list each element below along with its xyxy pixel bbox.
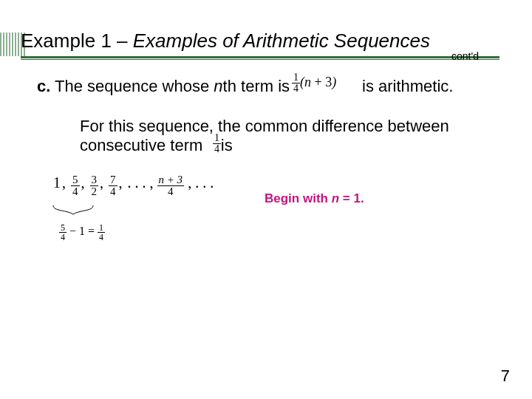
item-c-label: c. — [37, 77, 50, 95]
para-line2: consecutive term is — [80, 136, 233, 155]
frac-one-quarter: 1 4 — [292, 72, 300, 94]
seq-t1: 1 — [53, 174, 61, 191]
diff-b: 1 — [79, 225, 85, 237]
title-rule-bottom — [21, 59, 499, 60]
seq-gen: n + 34 — [157, 174, 185, 197]
rpar: ) — [332, 75, 336, 89]
begin-post: = 1. — [339, 191, 364, 205]
inline-quarter-num: 1 — [213, 133, 221, 144]
frac-den: 4 — [292, 83, 300, 94]
difference-expr: 54 − 1 = 14 — [59, 223, 105, 242]
slide-title: Example 1 – Examples of Arithmetic Seque… — [21, 30, 430, 52]
nth-n: n — [214, 77, 222, 95]
page-number: 7 — [501, 366, 510, 386]
title-prefix: Example 1 – — [21, 30, 133, 52]
formula-n: n — [304, 75, 311, 89]
seq-t3: 32 — [90, 174, 99, 197]
item-c-post: is arithmetic. — [362, 77, 453, 96]
begin-note: Begin with n = 1. — [265, 191, 364, 206]
frac-num: 1 — [292, 72, 300, 83]
nth-term-formula: 1 4 (n + 3) — [292, 72, 336, 94]
inline-quarter-den: 4 — [213, 144, 221, 154]
plus3: + 3 — [311, 75, 332, 89]
inline-quarter-frac: 1 4 — [213, 133, 221, 154]
sequence-display: 1, 54, 32, 74, . . . , n + 34 , . . . — [53, 174, 214, 197]
diff-minus: − — [66, 225, 79, 237]
underbrace — [52, 204, 95, 219]
inline-quarter-dot: . — [221, 137, 224, 149]
diff-a: 54 — [59, 223, 66, 242]
contd-label: cont'd — [451, 50, 479, 62]
item-c-pre: The sequence whose — [50, 77, 214, 95]
seq-t2: 54 — [71, 174, 80, 197]
inline-quarter: 1 4 . — [213, 133, 224, 154]
para-line1: For this sequence, the common difference… — [80, 117, 449, 136]
para-line2a: consecutive term — [80, 136, 202, 154]
nth-rest: th term is — [223, 77, 290, 95]
underbrace-svg — [52, 204, 95, 219]
seq-dots2: , . . . — [188, 174, 214, 191]
begin-pre: Begin with — [265, 191, 332, 205]
seq-t4: 74 — [109, 174, 117, 197]
item-c-line1: c. The sequence whose nth term is — [37, 77, 290, 96]
title-ital: Examples of Arithmetic Sequences — [133, 30, 430, 52]
diff-r: 14 — [98, 223, 105, 242]
title-rule-top — [21, 56, 499, 58]
diff-eq: = — [85, 225, 98, 237]
seq-dots1: . . . , — [128, 174, 154, 191]
begin-n: n — [332, 191, 339, 205]
